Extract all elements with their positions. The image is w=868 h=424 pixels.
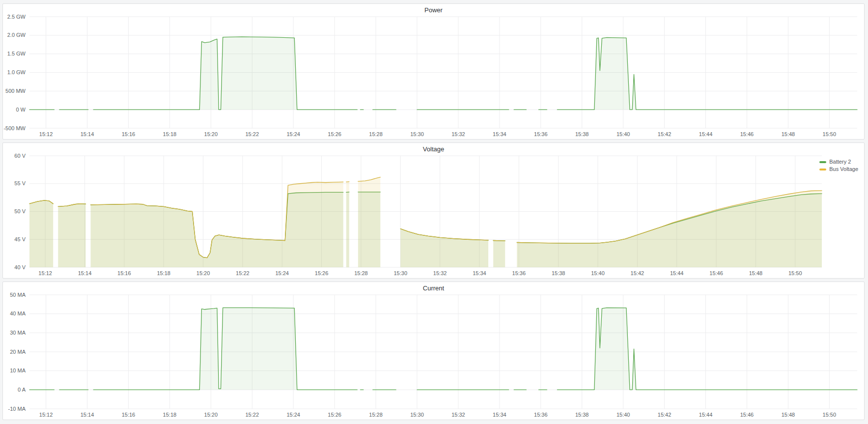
series-fill-current xyxy=(557,308,857,390)
x-tick-label: 15:28 xyxy=(369,412,383,418)
legend-label: Bus Voltage xyxy=(829,166,858,173)
x-tick-label: 15:20 xyxy=(204,412,218,418)
series-fill-bus-voltage xyxy=(493,241,505,267)
x-tick-label: 15:34 xyxy=(473,270,486,276)
x-tick-label: 15:32 xyxy=(451,412,465,418)
legend-label: Battery 2 xyxy=(829,158,851,166)
x-tick-label: 15:34 xyxy=(493,131,506,137)
y-tick-label: 0 W xyxy=(16,107,26,113)
x-tick-label: 15:48 xyxy=(782,131,795,137)
x-tick-label: 15:24 xyxy=(286,412,300,418)
series-fill-bus-voltage xyxy=(91,182,343,267)
x-tick-label: 15:32 xyxy=(451,131,465,137)
x-tick-label: 15:12 xyxy=(39,131,53,137)
x-tick-label: 15:20 xyxy=(204,131,218,137)
x-tick-label: 15:38 xyxy=(575,131,589,137)
x-tick-label: 15:24 xyxy=(286,131,300,137)
x-tick-label: 15:14 xyxy=(81,131,94,137)
battery-2-series-swatch xyxy=(819,161,826,163)
x-tick-label: 15:50 xyxy=(823,412,837,418)
series-line-bus-voltage xyxy=(346,182,349,182)
x-tick-label: 15:44 xyxy=(699,131,713,137)
x-tick-label: 15:44 xyxy=(699,412,713,418)
series-fill-power xyxy=(93,37,357,110)
x-tick-label: 15:36 xyxy=(512,270,526,276)
current-panel: Current 50 MA40 MA30 MA20 MA10 MA0 A-10 … xyxy=(2,282,865,420)
series-fill-bus-voltage xyxy=(358,177,380,267)
series-fill-bus-voltage xyxy=(58,204,85,267)
y-tick-label: 1.5 GW xyxy=(7,51,26,57)
voltage-legend: Battery 2 Bus Voltage xyxy=(819,158,858,173)
x-tick-label: 15:18 xyxy=(163,412,177,418)
current-panel-title[interactable]: Current xyxy=(3,284,864,292)
power-panel-title[interactable]: Power xyxy=(3,6,864,14)
dashboard: Power 2.5 GW2.0 GW1.5 GW1.0 GW500 MW0 W-… xyxy=(0,0,868,424)
x-tick-label: 15:30 xyxy=(410,131,424,137)
y-tick-label: 50 MA xyxy=(10,292,26,298)
y-tick-label: 1.0 GW xyxy=(7,69,26,75)
x-tick-label: 15:14 xyxy=(78,270,92,276)
current-chart-canvas[interactable]: 50 MA40 MA30 MA20 MA10 MA0 A-10 MA15:121… xyxy=(3,282,865,421)
x-tick-label: 15:22 xyxy=(245,131,259,137)
y-tick-label: -10 MA xyxy=(8,406,26,412)
x-tick-label: 15:12 xyxy=(39,412,53,418)
y-tick-label: 0 A xyxy=(18,387,26,393)
y-tick-label: 60 V xyxy=(14,153,26,159)
x-tick-label: 15:22 xyxy=(236,270,250,276)
x-tick-label: 15:30 xyxy=(410,412,424,418)
x-tick-label: 15:16 xyxy=(122,131,136,137)
x-tick-label: 15:42 xyxy=(658,131,672,137)
series-fill-bus-voltage xyxy=(29,200,53,267)
x-tick-label: 15:50 xyxy=(823,131,837,137)
x-tick-label: 15:28 xyxy=(369,131,383,137)
x-tick-label: 15:46 xyxy=(740,412,754,418)
series-fill-power xyxy=(557,37,857,110)
x-tick-label: 15:42 xyxy=(658,412,672,418)
y-tick-label: 2.0 GW xyxy=(7,32,26,38)
voltage-panel-title[interactable]: Voltage xyxy=(3,145,864,153)
series-line-bus-voltage xyxy=(493,241,505,241)
x-tick-label: 15:30 xyxy=(394,270,408,276)
y-tick-label: 10 MA xyxy=(10,367,26,373)
x-tick-label: 15:40 xyxy=(616,131,630,137)
series-fill-bus-voltage xyxy=(346,182,349,267)
x-tick-label: 15:24 xyxy=(275,270,289,276)
x-tick-label: 15:44 xyxy=(670,270,684,276)
y-tick-label: 20 MA xyxy=(10,349,26,355)
y-tick-label: 2.5 GW xyxy=(7,14,26,20)
x-tick-label: 15:40 xyxy=(591,270,605,276)
series-fill-bus-voltage xyxy=(517,191,822,267)
series-fill-bus-voltage xyxy=(400,229,488,267)
y-tick-label: 50 V xyxy=(14,208,26,214)
legend-item-battery-2[interactable]: Battery 2 xyxy=(819,158,858,166)
x-tick-label: 15:36 xyxy=(534,412,548,418)
x-tick-label: 15:14 xyxy=(81,412,94,418)
x-tick-label: 15:48 xyxy=(749,270,763,276)
x-tick-label: 15:42 xyxy=(631,270,644,276)
y-tick-label: 40 MA xyxy=(10,311,26,316)
x-tick-label: 15:34 xyxy=(493,412,506,418)
x-tick-label: 15:48 xyxy=(782,412,795,418)
y-tick-label: 500 MW xyxy=(5,88,26,94)
x-tick-label: 15:20 xyxy=(196,270,210,276)
x-tick-label: 15:38 xyxy=(575,412,589,418)
series-fill-current xyxy=(93,308,357,390)
x-tick-label: 15:50 xyxy=(788,270,802,276)
x-tick-label: 15:46 xyxy=(740,131,754,137)
x-tick-label: 15:26 xyxy=(328,412,341,418)
x-tick-label: 15:22 xyxy=(245,412,259,418)
y-tick-label: 30 MA xyxy=(10,330,26,336)
x-tick-label: 15:36 xyxy=(534,131,548,137)
power-chart-canvas[interactable]: 2.5 GW2.0 GW1.5 GW1.0 GW500 MW0 W-500 MW… xyxy=(3,4,865,140)
x-tick-label: 15:26 xyxy=(315,270,329,276)
x-tick-label: 15:16 xyxy=(117,270,131,276)
y-tick-label: 55 V xyxy=(14,180,26,186)
x-tick-label: 15:16 xyxy=(122,412,136,418)
legend-item-bus-voltage[interactable]: Bus Voltage xyxy=(819,166,858,173)
voltage-chart-canvas[interactable]: 60 V55 V50 V45 V40 V15:1215:1415:1615:18… xyxy=(3,143,865,279)
x-tick-label: 15:26 xyxy=(328,131,341,137)
voltage-panel: Voltage 60 V55 V50 V45 V40 V15:1215:1415… xyxy=(2,142,865,279)
y-tick-label: -500 MW xyxy=(3,125,26,131)
power-panel: Power 2.5 GW2.0 GW1.5 GW1.0 GW500 MW0 W-… xyxy=(2,3,865,140)
x-tick-label: 15:32 xyxy=(433,270,447,276)
